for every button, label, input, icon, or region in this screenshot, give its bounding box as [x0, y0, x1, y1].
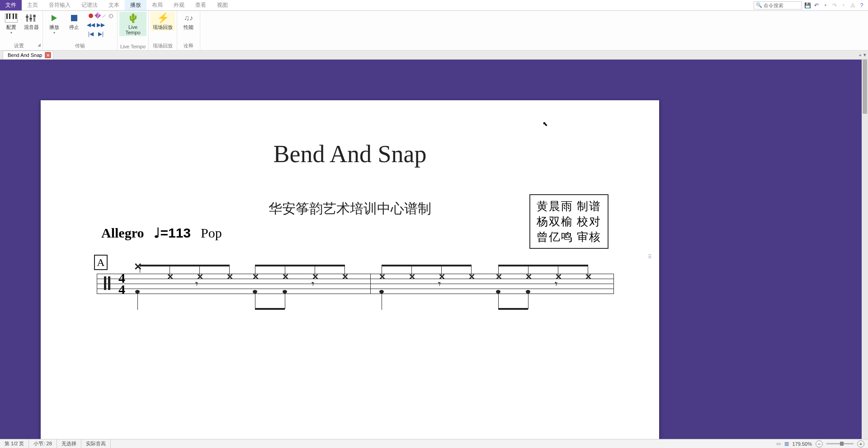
- undo-icon[interactable]: ↶: [813, 2, 820, 9]
- play-button[interactable]: 播放 ▾: [45, 12, 64, 36]
- skip-start-icon[interactable]: |◀: [86, 30, 95, 38]
- redo-icon[interactable]: ↷: [831, 2, 838, 9]
- caret-icon: ▾: [10, 31, 12, 35]
- warning-icon[interactable]: ⚠: [849, 2, 856, 9]
- music-notes-icon: ♫♪: [181, 13, 196, 23]
- svg-rect-2: [9, 14, 10, 19]
- hihat-note: ✕: [379, 272, 386, 282]
- hihat-note: ✕: [252, 272, 259, 282]
- ribbon-group-settings: 配置 ▾ 混音器 设置◢: [0, 11, 43, 50]
- page-view-icon[interactable]: ▥: [784, 441, 789, 447]
- command-search-input[interactable]: [764, 3, 800, 8]
- menubar-right: 🔍 💾 ↶ ▾ ↷ ▾ ⚠ ?: [754, 0, 868, 10]
- command-search[interactable]: 🔍: [754, 1, 802, 9]
- status-selection[interactable]: 无选择: [57, 439, 81, 448]
- click-icon[interactable]: �⟋: [96, 12, 105, 20]
- menu-layout[interactable]: 布局: [146, 0, 168, 10]
- configure-label: 配置: [6, 24, 16, 30]
- stop-icon: [67, 13, 81, 23]
- group-liveplayback-label: 现场回放: [151, 42, 175, 50]
- menu-play[interactable]: 播放: [125, 0, 146, 10]
- status-page[interactable]: 第 1/2 页: [0, 439, 29, 448]
- menu-bar: 文件 主页 音符输入 记谱法 文本 播放 布局 外观 查看 视图 🔍 💾 ↶ ▾…: [0, 0, 868, 11]
- svg-rect-1: [6, 14, 8, 19]
- live-playback-button[interactable]: ⚡ 现场回放: [151, 12, 175, 31]
- document-tab[interactable]: Bend And Snap ✕: [3, 51, 53, 59]
- hihat-note: ✕: [525, 272, 532, 282]
- hihat-note: ✕: [312, 272, 319, 282]
- svg-rect-12: [71, 15, 77, 21]
- performance-button[interactable]: ♫♪ 性能: [179, 12, 198, 31]
- svg-marker-11: [52, 15, 57, 21]
- redo-caret-icon[interactable]: ▾: [840, 2, 847, 9]
- drum-staff[interactable]: 44 ✕ ✕ ✕ ✕ 𝄾 ✕ ✕ ✕ ✕ 𝄾: [97, 274, 614, 294]
- ribbon-group-transport: 播放 ▾ 停止 �⟋ ⏲ ◀◀ ▶▶ |◀ ▶| 传输: [43, 11, 118, 50]
- mixer-button[interactable]: 混音器: [22, 12, 41, 31]
- close-tab-icon[interactable]: ✕: [45, 52, 51, 58]
- stop-button[interactable]: 停止: [65, 12, 84, 31]
- undo-caret-icon[interactable]: ▾: [822, 2, 829, 9]
- skip-end-icon[interactable]: ▶|: [96, 30, 105, 38]
- group-livetempo-label: Live Tempo: [119, 43, 146, 50]
- performance-label: 性能: [184, 24, 193, 30]
- menu-home[interactable]: 主页: [22, 0, 43, 10]
- vertical-scrollbar[interactable]: [862, 60, 868, 439]
- help-icon[interactable]: ?: [858, 2, 865, 9]
- scrollbar-thumb[interactable]: [863, 60, 867, 114]
- record-icon[interactable]: [86, 12, 95, 20]
- hihat-note: ✕: [409, 272, 415, 282]
- zoom-slider[interactable]: [826, 443, 854, 444]
- new-tab-icon[interactable]: +: [859, 52, 862, 58]
- hihat-note: ✕: [282, 272, 289, 282]
- hihat-note: ✕: [555, 272, 562, 282]
- menu-review[interactable]: 查看: [190, 0, 212, 10]
- svg-rect-3: [13, 14, 14, 19]
- configure-button[interactable]: 配置 ▾: [2, 12, 21, 36]
- style-text: Pop: [201, 225, 222, 241]
- tempo-marking[interactable]: Allegro =113 Pop: [101, 225, 222, 241]
- svg-rect-5: [26, 14, 28, 22]
- credits-box[interactable]: 黄晨雨 制谱 杨双榆 校对 曾亿鸣 审核: [529, 194, 609, 249]
- zoom-level[interactable]: 179.50%: [793, 441, 812, 447]
- zoom-out-button[interactable]: −: [816, 440, 823, 448]
- percussion-clef-icon: [104, 276, 110, 290]
- menu-appearance[interactable]: 外观: [168, 0, 190, 10]
- search-icon: 🔍: [756, 2, 762, 8]
- svg-point-13: [89, 14, 93, 18]
- hihat-note: ✕: [342, 272, 349, 282]
- piano-icon: [4, 13, 19, 23]
- panorama-view-icon[interactable]: ▭: [776, 441, 781, 447]
- metronome-icon[interactable]: ⏲: [106, 12, 115, 20]
- zoom-slider-thumb[interactable]: [840, 442, 844, 446]
- live-tempo-button[interactable]: 🌵 Live Tempo: [119, 12, 146, 36]
- tab-menu-icon[interactable]: ▾: [863, 52, 866, 58]
- group-interpretation-label: 诠释: [179, 42, 198, 50]
- menu-file[interactable]: 文件: [0, 0, 22, 10]
- rehearsal-mark[interactable]: A: [94, 255, 108, 270]
- menu-text[interactable]: 文本: [103, 0, 125, 10]
- lightning-icon: ⚡: [156, 13, 170, 23]
- ribbon-group-livetempo: 🌵 Live Tempo Live Tempo: [118, 11, 149, 50]
- fastforward-icon[interactable]: ▶▶: [96, 21, 105, 29]
- menu-view[interactable]: 视图: [212, 0, 233, 10]
- save-icon[interactable]: 💾: [804, 2, 811, 9]
- play-icon: [47, 13, 61, 23]
- status-pitch[interactable]: 实际音高: [81, 439, 111, 448]
- status-right: ▭ ▥ 179.50% − +: [776, 440, 868, 448]
- menu-note-input[interactable]: 音符输入: [43, 0, 76, 10]
- score-canvas[interactable]: Bend And Snap 华安筝韵艺术培训中心谱制 Allegro =113 …: [0, 60, 868, 439]
- time-signature: 44: [118, 273, 125, 295]
- menu-notation[interactable]: 记谱法: [76, 0, 103, 10]
- zoom-in-button[interactable]: +: [857, 440, 864, 448]
- mixer-icon: [24, 13, 38, 23]
- hihat-note: ✕: [585, 272, 592, 282]
- score-page[interactable]: Bend And Snap 华安筝韵艺术培训中心谱制 Allegro =113 …: [41, 100, 659, 439]
- status-bars[interactable]: 小节: 28: [29, 439, 57, 448]
- dialog-launcher-icon[interactable]: ◢: [38, 42, 41, 47]
- score-title[interactable]: Bend And Snap: [41, 140, 659, 168]
- drag-handle-icon[interactable]: ⠿: [648, 254, 653, 260]
- stop-label: 停止: [69, 24, 79, 30]
- beam: [140, 265, 229, 266]
- rewind-icon[interactable]: ◀◀: [86, 21, 95, 29]
- credit-line: 黄晨雨 制谱: [537, 199, 601, 214]
